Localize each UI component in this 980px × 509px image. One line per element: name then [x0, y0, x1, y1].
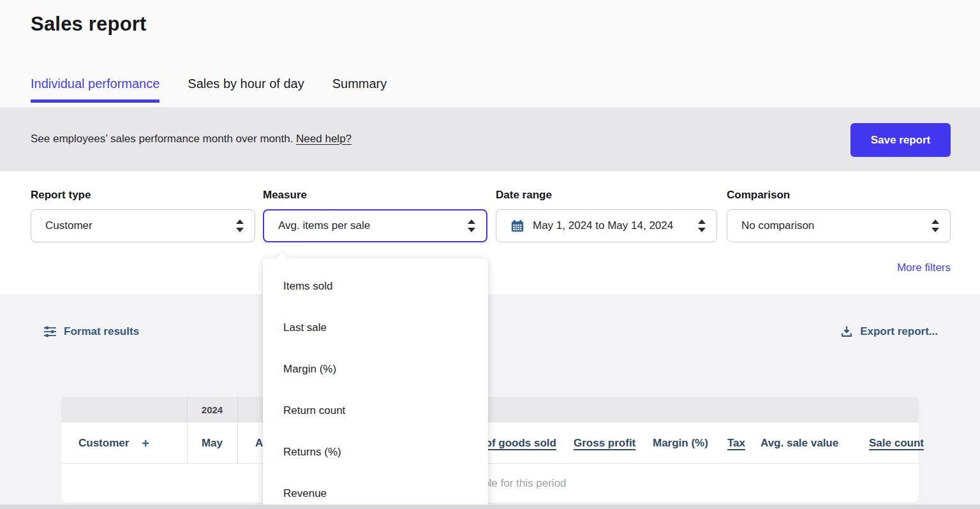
select-arrows-icon	[468, 219, 475, 232]
need-help-link[interactable]: Need help?	[296, 133, 352, 145]
tab-summary[interactable]: Summary	[332, 77, 387, 103]
dropdown-option-margin[interactable]: Margin (%)	[263, 348, 488, 390]
column-month[interactable]: May	[187, 423, 237, 464]
bottom-divider	[0, 505, 980, 509]
more-filters-link[interactable]: More filters	[897, 262, 951, 274]
select-arrows-icon	[236, 219, 244, 232]
save-report-button[interactable]: Save report	[850, 123, 951, 157]
column-gross-profit[interactable]: Gross profit	[574, 423, 635, 464]
tab-bar: Individual performance Sales by hour of …	[31, 77, 387, 103]
select-arrows-icon	[698, 219, 706, 232]
report-type-select[interactable]: Customer	[31, 209, 255, 242]
year-header: 2024	[187, 397, 237, 422]
page-header: Sales report Individual performance Sale…	[0, 0, 980, 107]
comparison-value: No comparison	[741, 219, 814, 232]
tab-sales-by-hour[interactable]: Sales by hour of day	[188, 77, 304, 103]
results-table: 2024 Customer + May Avg. items per sale …	[61, 397, 919, 503]
filter-bar: Report type Customer Measure Avg. items …	[0, 171, 980, 294]
column-tax[interactable]: Tax	[727, 423, 745, 464]
date-range-filter: Date range May 1, 2024 to May 14, 2024	[496, 189, 717, 242]
download-icon	[840, 325, 853, 338]
date-range-label: Date range	[496, 189, 717, 202]
comparison-label: Comparison	[727, 189, 951, 202]
measure-label: Measure	[263, 189, 487, 202]
date-range-value: May 1, 2024 to May 14, 2024	[533, 219, 673, 232]
report-type-label: Report type	[31, 189, 255, 202]
comparison-select[interactable]: No comparison	[727, 209, 951, 242]
info-banner: See employees’ sales performance month o…	[0, 107, 980, 171]
page-title: Sales report	[31, 13, 147, 36]
format-results-label: Format results	[64, 325, 139, 338]
report-type-value: Customer	[45, 219, 93, 232]
dropdown-option-return-count[interactable]: Return count	[263, 390, 488, 431]
table-empty-row: No data available for this period	[61, 464, 919, 503]
comparison-filter: Comparison No comparison	[727, 189, 951, 242]
banner-message: See employees’ sales performance month o…	[31, 133, 352, 145]
banner-message-text: See employees’ sales performance month o…	[31, 133, 296, 145]
column-margin[interactable]: Margin (%)	[653, 423, 708, 464]
measure-dropdown: Items sold Last sale Margin (%) Return c…	[263, 258, 488, 509]
tab-individual-performance[interactable]: Individual performance	[31, 77, 160, 103]
results-section: Format results Export report... 2024	[0, 294, 980, 509]
table-header-row: Customer + May Avg. items per sale Cost …	[61, 423, 919, 464]
dropdown-option-revenue[interactable]: Revenue	[263, 473, 488, 509]
column-customer[interactable]: Customer +	[78, 423, 149, 464]
add-column-icon[interactable]: +	[142, 436, 149, 451]
table-year-row: 2024	[61, 397, 919, 422]
column-avg-sale-value[interactable]: Avg. sale value	[761, 423, 838, 464]
sales-report-page: Sales report Individual performance Sale…	[0, 0, 980, 509]
date-range-select[interactable]: May 1, 2024 to May 14, 2024	[496, 209, 717, 242]
format-results-button[interactable]: Format results	[43, 325, 139, 338]
export-report-label: Export report...	[860, 325, 938, 338]
dropdown-option-last-sale[interactable]: Last sale	[263, 307, 488, 348]
dropdown-option-returns-pct[interactable]: Returns (%)	[263, 431, 488, 473]
report-type-filter: Report type Customer	[31, 189, 255, 242]
calendar-icon	[510, 219, 524, 233]
measure-filter: Measure Avg. items per sale	[263, 189, 487, 242]
select-arrows-icon	[932, 219, 939, 232]
dropdown-option-items-sold[interactable]: Items sold	[263, 265, 488, 307]
measure-value: Avg. items per sale	[278, 219, 370, 232]
export-report-button[interactable]: Export report...	[840, 325, 938, 338]
column-sale-count[interactable]: Sale count	[869, 423, 924, 464]
measure-select[interactable]: Avg. items per sale	[263, 209, 487, 242]
sliders-icon	[43, 325, 57, 338]
